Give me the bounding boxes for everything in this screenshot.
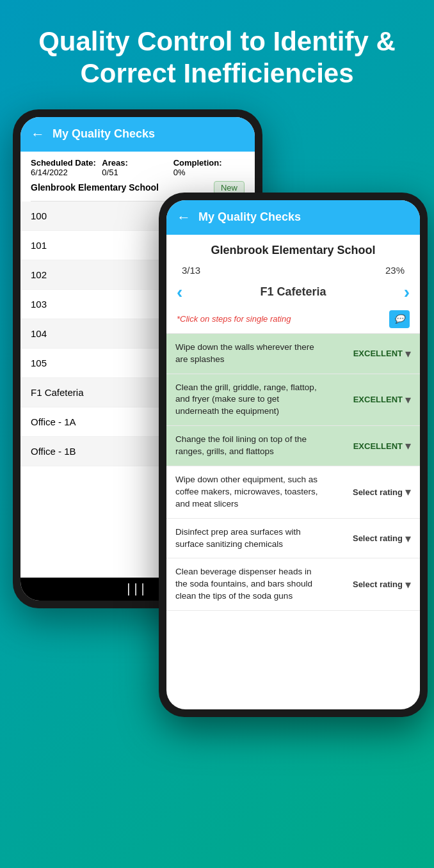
phone2-school-name: Glenbrook Elementary School: [166, 235, 420, 262]
phone1-areas-value: 0/51: [102, 168, 118, 177]
check-item-text: Clean beverage dispenser heads in the so…: [175, 566, 328, 603]
phone1-date-col: Scheduled Date: 6/14/2022: [31, 158, 102, 177]
check-item-rating-box[interactable]: Select rating ▾: [328, 578, 411, 592]
phone2-progress-pct: 23%: [385, 265, 405, 276]
phone1-areas-col: Areas: 0/51: [102, 158, 173, 177]
phone2-comment-button[interactable]: 💬: [389, 310, 410, 328]
chevron-down-icon: ▾: [405, 578, 411, 592]
chevron-down-icon: ▾: [405, 393, 411, 407]
check-item-rating: EXCELLENT: [353, 395, 403, 404]
check-item-text: Wipe down other equipment, such as coffe…: [175, 474, 328, 510]
phone1-back-button[interactable]: ←: [31, 126, 45, 143]
phone1-date-value: 6/14/2022: [31, 168, 68, 177]
phone2-click-hint-text: *Click on steps for single rating: [177, 314, 291, 324]
check-item-4[interactable]: Disinfect prep area surfaces with surfac…: [166, 519, 420, 559]
phone1-app-title: My Quality Checks: [52, 127, 155, 141]
check-item-rating-box[interactable]: EXCELLENT ▾: [328, 347, 411, 361]
phone-2-screen: ← My Quality Checks Glenbrook Elementary…: [166, 200, 420, 709]
phone2-app-bar: ← My Quality Checks: [166, 200, 420, 235]
check-item-rating: Select rating: [353, 580, 403, 589]
phone2-progress-row: 3/13 23%: [166, 262, 420, 278]
check-item-text: Disinfect prep area surfaces with surfac…: [175, 526, 328, 551]
chevron-down-icon: ▾: [405, 532, 411, 546]
check-item-rating-box[interactable]: Select rating ▾: [328, 485, 411, 499]
phone1-info-row: Scheduled Date: 6/14/2022 Areas: 0/51 Co…: [20, 152, 255, 180]
phone1-completion-col: Completion: 0%: [173, 158, 245, 177]
phone1-areas-label: Areas:: [102, 158, 173, 168]
check-item-rating-box[interactable]: EXCELLENT ▾: [328, 439, 411, 453]
chevron-down-icon: ▾: [405, 439, 411, 453]
check-item-2[interactable]: Change the foil lining on top of the ran…: [166, 426, 420, 466]
check-item-rating: Select rating: [353, 487, 403, 497]
phone2-location-name: F1 Cafeteria: [260, 285, 326, 299]
chevron-down-icon: ▾: [405, 347, 411, 361]
chevron-down-icon: ▾: [405, 485, 411, 499]
phone2-app-title: My Quality Checks: [198, 210, 301, 224]
check-item-3[interactable]: Wipe down other equipment, such as coffe…: [166, 466, 420, 519]
phone1-app-bar: ← My Quality Checks: [20, 117, 255, 152]
phone2-next-button[interactable]: ›: [404, 282, 410, 303]
phone1-completion-label: Completion:: [173, 158, 245, 168]
phone1-school-name: Glenbrook Elementary School: [31, 182, 159, 193]
phone1-completion-value: 0%: [173, 168, 186, 177]
check-item-rating: EXCELLENT: [353, 349, 403, 358]
check-item-rating: Select rating: [353, 533, 403, 543]
check-item-rating: EXCELLENT: [353, 441, 403, 451]
phone2-nav-row: ‹ F1 Cafeteria ›: [166, 278, 420, 306]
phone2-checks-list: Wipe down the walls wherever there are s…: [166, 334, 420, 709]
check-item-text: Change the foil lining on top of the ran…: [175, 434, 328, 458]
check-item-rating-box[interactable]: EXCELLENT ▾: [328, 393, 411, 407]
phone2-back-button[interactable]: ←: [177, 209, 191, 226]
phone2-prev-button[interactable]: ‹: [177, 282, 182, 303]
check-item-text: Clean the grill, griddle, range, flattop…: [175, 382, 328, 418]
phone1-date-label: Scheduled Date:: [31, 158, 102, 168]
phone2-click-hint-row: *Click on steps for single rating 💬: [166, 306, 420, 333]
comment-icon: 💬: [394, 314, 405, 324]
phone-2: ← My Quality Checks Glenbrook Elementary…: [159, 193, 428, 717]
phone2-progress-fraction: 3/13: [182, 265, 200, 276]
hero-title: Quality Control to Identify & Correct In…: [0, 0, 434, 109]
check-item-5[interactable]: Clean beverage dispenser heads in the so…: [166, 558, 420, 611]
check-item-text: Wipe down the walls wherever there are s…: [175, 342, 328, 366]
check-item-0[interactable]: Wipe down the walls wherever there are s…: [166, 334, 420, 374]
check-item-rating-box[interactable]: Select rating ▾: [328, 532, 411, 546]
check-item-1[interactable]: Clean the grill, griddle, range, flattop…: [166, 374, 420, 427]
phones-container: ← My Quality Checks Scheduled Date: 6/14…: [0, 109, 434, 723]
